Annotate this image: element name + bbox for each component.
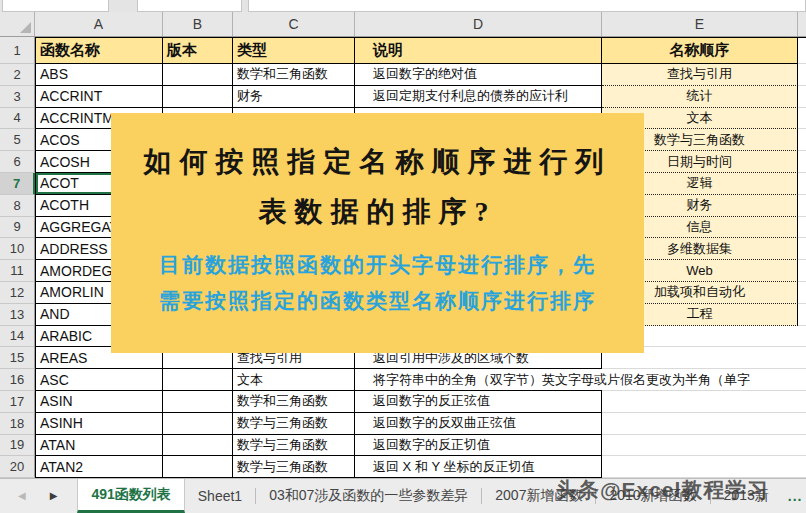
cell-header-order[interactable]: 名称顺序 xyxy=(602,37,798,64)
prev-sheet-icon[interactable]: ◀ xyxy=(18,491,26,501)
row-header[interactable]: 2 xyxy=(0,64,35,86)
cell-order[interactable]: 查找与引用 xyxy=(602,64,798,86)
cell-description[interactable]: 返回数字的反正切值 xyxy=(355,435,602,457)
cell-type[interactable]: 财务 xyxy=(233,86,355,108)
row-header[interactable]: 8 xyxy=(0,195,35,217)
row-header[interactable]: 19 xyxy=(0,435,35,457)
row-header[interactable]: 3 xyxy=(0,86,35,108)
cell-version[interactable] xyxy=(163,456,233,478)
table-row: 18ASINH数学与三角函数返回数字的反双曲正弦值 xyxy=(0,413,806,435)
cell-description[interactable]: 返回数字的绝对值 xyxy=(355,64,602,86)
sheet-tab[interactable]: Sheet1 xyxy=(185,479,255,513)
row-header[interactable]: 12 xyxy=(0,282,35,304)
cell-type[interactable]: 数学与三角函数 xyxy=(233,456,355,478)
sheet-tab[interactable]: 03和07涉及函数的一些参数差异 xyxy=(256,479,481,513)
cell-description[interactable]: 返回 X 和 Y 坐标的反正切值 xyxy=(355,456,602,478)
row-header[interactable]: 17 xyxy=(0,391,35,413)
row-header[interactable]: 1 xyxy=(0,37,35,64)
cell-description[interactable]: 返回数字的反正弦值 xyxy=(355,391,602,413)
row-header[interactable]: 9 xyxy=(0,217,35,239)
cell-function-name[interactable]: ASIN xyxy=(35,391,163,413)
row-header[interactable]: 16 xyxy=(0,369,35,391)
cell-empty[interactable] xyxy=(798,326,806,348)
cell-header-name[interactable]: 函数名称 xyxy=(35,37,163,64)
row-header[interactable]: 7 xyxy=(0,173,35,195)
row-header[interactable]: 20 xyxy=(0,456,35,478)
row-header[interactable]: 18 xyxy=(0,413,35,435)
cell-empty[interactable] xyxy=(798,347,806,369)
column-header-d[interactable]: D xyxy=(355,12,602,36)
row-header[interactable]: 11 xyxy=(0,260,35,282)
cell-header-version[interactable]: 版本 xyxy=(163,37,233,64)
cell-function-name[interactable]: ASINH xyxy=(35,413,163,435)
cell-empty[interactable] xyxy=(798,86,806,108)
cell-empty[interactable] xyxy=(798,304,806,326)
row-header[interactable]: 15 xyxy=(0,347,35,369)
name-box[interactable] xyxy=(2,0,109,12)
cell-empty[interactable] xyxy=(798,456,806,478)
row-header[interactable]: 6 xyxy=(0,151,35,173)
cell-type[interactable]: 数学和三角函数 xyxy=(233,391,355,413)
cell-order[interactable]: 统计 xyxy=(602,86,798,108)
banner-title-line1: 如何按照指定名称顺序进行列 xyxy=(111,137,644,187)
cell-version[interactable] xyxy=(163,64,233,86)
row-header[interactable]: 10 xyxy=(0,238,35,260)
cell-order[interactable] xyxy=(602,413,798,435)
cell-empty[interactable] xyxy=(798,435,806,457)
cell-type[interactable]: 数学和三角函数 xyxy=(233,64,355,86)
row-header[interactable]: 13 xyxy=(0,304,35,326)
cell-order[interactable] xyxy=(602,435,798,457)
cell-description[interactable]: 返回定期支付利息的债券的应计利 xyxy=(355,86,602,108)
cell-header-desc[interactable]: 说明 xyxy=(355,37,602,64)
cell-order[interactable] xyxy=(602,391,798,413)
column-header-c[interactable]: C xyxy=(233,12,355,36)
cell-function-name[interactable]: ATAN2 xyxy=(35,456,163,478)
cell-empty[interactable] xyxy=(798,238,806,260)
cell-empty[interactable] xyxy=(798,129,806,151)
cell-empty[interactable] xyxy=(798,413,806,435)
row-header[interactable]: 5 xyxy=(0,129,35,151)
column-header-a[interactable]: A xyxy=(35,12,163,36)
column-header-b[interactable]: B xyxy=(163,12,233,36)
cell-empty[interactable] xyxy=(798,282,806,304)
cell-order[interactable] xyxy=(602,456,798,478)
cell-header-type[interactable]: 类型 xyxy=(233,37,355,64)
cell-empty[interactable] xyxy=(798,195,806,217)
cell-empty[interactable] xyxy=(798,391,806,413)
banner-title-line2: 表数据的排序? xyxy=(111,187,644,237)
cell-function-name[interactable]: ASC xyxy=(35,369,163,391)
cell-function-name[interactable]: ATAN xyxy=(35,435,163,457)
cell-type[interactable]: 数学与三角函数 xyxy=(233,435,355,457)
next-sheet-icon[interactable]: ▶ xyxy=(50,491,58,501)
cell-function-name[interactable]: ACCRINT xyxy=(35,86,163,108)
cell-version[interactable] xyxy=(163,413,233,435)
cell-empty[interactable] xyxy=(798,151,806,173)
cell-function-name[interactable]: ABS xyxy=(35,64,163,86)
cell-empty[interactable] xyxy=(798,173,806,195)
sheet-tab-active[interactable]: 491函数列表 xyxy=(77,479,184,513)
cell-description[interactable]: 返回数字的反双曲正弦值 xyxy=(355,413,602,435)
row-header[interactable]: 14 xyxy=(0,326,35,348)
cell-version[interactable] xyxy=(163,391,233,413)
cell-type[interactable]: 数学与三角函数 xyxy=(233,413,355,435)
column-header-f[interactable] xyxy=(798,12,806,36)
cell-empty[interactable] xyxy=(798,64,806,86)
table-row: 3ACCRINT财务返回定期支付利息的债券的应计利统计 xyxy=(0,86,806,108)
cell-type[interactable]: 文本 xyxy=(233,369,355,391)
cell-empty[interactable] xyxy=(798,217,806,239)
cell-version[interactable] xyxy=(163,86,233,108)
more-sheets-indicator[interactable]: ... xyxy=(782,479,806,513)
cell-empty[interactable] xyxy=(798,260,806,282)
select-all-corner[interactable] xyxy=(0,12,35,36)
row-header[interactable]: 4 xyxy=(0,108,35,130)
cell-version[interactable] xyxy=(163,435,233,457)
cell-empty[interactable] xyxy=(798,108,806,130)
cell-empty[interactable] xyxy=(798,369,806,391)
cell-description[interactable]: 将字符串中的全角（双字节）英文字母或片假名更改为半角（单字 xyxy=(355,369,602,391)
formula-input[interactable] xyxy=(248,0,806,12)
topic-banner: 如何按照指定名称顺序进行列 表数据的排序? 目前数据按照函数的开头字母进行排序，… xyxy=(111,113,644,353)
cell-header-f[interactable] xyxy=(798,37,806,64)
cell-version[interactable] xyxy=(163,369,233,391)
column-header-e[interactable]: E xyxy=(602,12,798,36)
banner-subtitle-line2: 需要按照指定的函数类型名称顺序进行排序 xyxy=(111,283,644,319)
